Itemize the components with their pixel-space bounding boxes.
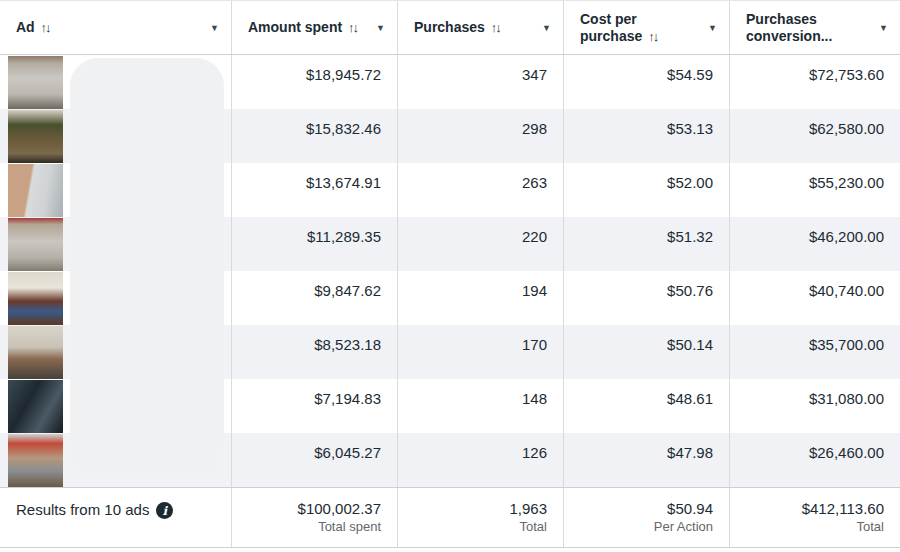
ad-thumbnail[interactable] [8, 110, 63, 163]
column-label: Amount spent ↑↓ [248, 19, 357, 36]
amount-spent-cell: $11,289.35 [231, 217, 397, 271]
table-body: $18,945.72 347 $54.59 $72,753.60 $15,832… [0, 55, 900, 487]
purchases-cell: 298 [397, 109, 563, 163]
cost-per-purchase-cell: $51.32 [563, 217, 729, 271]
ad-thumbnail[interactable] [8, 272, 63, 325]
total-value: 1,963 [398, 499, 547, 518]
cost-per-purchase-cell: $47.98 [563, 433, 729, 487]
cost-per-purchase-cell: $53.13 [563, 109, 729, 163]
column-header-cost-per-purchase[interactable]: Cost per purchase ↑↓ ▼ [563, 1, 729, 54]
column-header-purchases-conversion[interactable]: Purchases conversion... ▼ [729, 1, 900, 54]
column-label: Cost per purchase ↑↓ [580, 11, 698, 45]
results-summary: Results from 10 ads i [0, 488, 231, 547]
ad-thumbnail[interactable] [8, 164, 63, 217]
chevron-down-icon[interactable]: ▼ [879, 23, 888, 33]
column-header-purchases[interactable]: Purchases ↑↓ ▼ [397, 1, 563, 54]
column-label: Purchases ↑↓ [414, 19, 500, 36]
purchases-conversion-cell: $62,580.00 [729, 109, 900, 163]
cost-per-purchase-cell: $50.14 [563, 325, 729, 379]
ad-thumbnail[interactable] [8, 380, 63, 433]
results-label: Results from 10 ads [16, 501, 149, 518]
total-purchases-cell: 1,963 Total [397, 488, 563, 547]
amount-spent-cell: $6,045.27 [231, 433, 397, 487]
total-amount-spent-cell: $100,002.37 Total spent [231, 488, 397, 547]
purchases-cell: 347 [397, 55, 563, 109]
cost-per-purchase-cell: $52.00 [563, 163, 729, 217]
table-footer-row: Results from 10 ads i $100,002.37 Total … [0, 487, 900, 548]
chevron-down-icon[interactable]: ▼ [376, 23, 385, 33]
amount-spent-cell: $13,674.91 [231, 163, 397, 217]
purchases-conversion-cell: $35,700.00 [729, 325, 900, 379]
amount-spent-cell: $8,523.18 [231, 325, 397, 379]
ad-thumbnail[interactable] [8, 56, 63, 109]
purchases-cell: 263 [397, 163, 563, 217]
chevron-down-icon[interactable]: ▼ [210, 23, 219, 33]
sort-arrows-icon[interactable]: ↑↓ [348, 20, 357, 35]
chevron-down-icon[interactable]: ▼ [708, 23, 717, 33]
amount-spent-cell: $9,847.62 [231, 271, 397, 325]
purchases-conversion-cell: $72,753.60 [729, 55, 900, 109]
column-label: Ad ↑↓ [16, 19, 50, 36]
amount-spent-cell: $15,832.46 [231, 109, 397, 163]
purchases-cell: 126 [397, 433, 563, 487]
ad-thumbnail[interactable] [8, 218, 63, 271]
table-header-row: Ad ↑↓ ▼ Amount spent ↑↓ ▼ Purchases ↑↓ ▼… [0, 1, 900, 55]
average-cost-per-purchase-cell: $50.94 Per Action [563, 488, 729, 547]
purchases-cell: 148 [397, 379, 563, 433]
total-sublabel: Total [730, 518, 884, 536]
purchases-conversion-cell: $55,230.00 [729, 163, 900, 217]
cost-per-purchase-cell: $54.59 [563, 55, 729, 109]
chevron-down-icon[interactable]: ▼ [542, 23, 551, 33]
purchases-cell: 194 [397, 271, 563, 325]
ads-report-table: Ad ↑↓ ▼ Amount spent ↑↓ ▼ Purchases ↑↓ ▼… [0, 0, 900, 548]
total-sublabel: Total [398, 518, 547, 536]
purchases-conversion-cell: $26,460.00 [729, 433, 900, 487]
purchases-conversion-cell: $31,080.00 [729, 379, 900, 433]
cost-per-purchase-cell: $48.61 [563, 379, 729, 433]
ad-thumbnail[interactable] [8, 326, 63, 379]
column-header-ad[interactable]: Ad ↑↓ ▼ [0, 1, 231, 54]
purchases-cell: 220 [397, 217, 563, 271]
purchases-cell: 170 [397, 325, 563, 379]
total-value: $50.94 [564, 499, 713, 518]
total-conversion-value-cell: $412,113.60 Total [729, 488, 900, 547]
total-value: $412,113.60 [730, 499, 884, 518]
total-sublabel: Per Action [564, 518, 713, 536]
purchases-conversion-cell: $40,740.00 [729, 271, 900, 325]
sort-arrows-icon[interactable]: ↑↓ [41, 20, 50, 35]
info-icon[interactable]: i [156, 502, 173, 519]
sort-arrows-icon[interactable]: ↑↓ [491, 20, 500, 35]
total-value: $100,002.37 [232, 499, 381, 518]
ad-thumbnail[interactable] [8, 434, 63, 487]
total-sublabel: Total spent [232, 518, 381, 536]
cost-per-purchase-cell: $50.76 [563, 271, 729, 325]
amount-spent-cell: $18,945.72 [231, 55, 397, 109]
amount-spent-cell: $7,194.83 [231, 379, 397, 433]
column-header-amount-spent[interactable]: Amount spent ↑↓ ▼ [231, 1, 397, 54]
redacted-ad-names-overlay [70, 58, 224, 479]
sort-arrows-icon[interactable]: ↑↓ [648, 29, 657, 44]
purchases-conversion-cell: $46,200.00 [729, 217, 900, 271]
column-label: Purchases conversion... [746, 11, 864, 45]
